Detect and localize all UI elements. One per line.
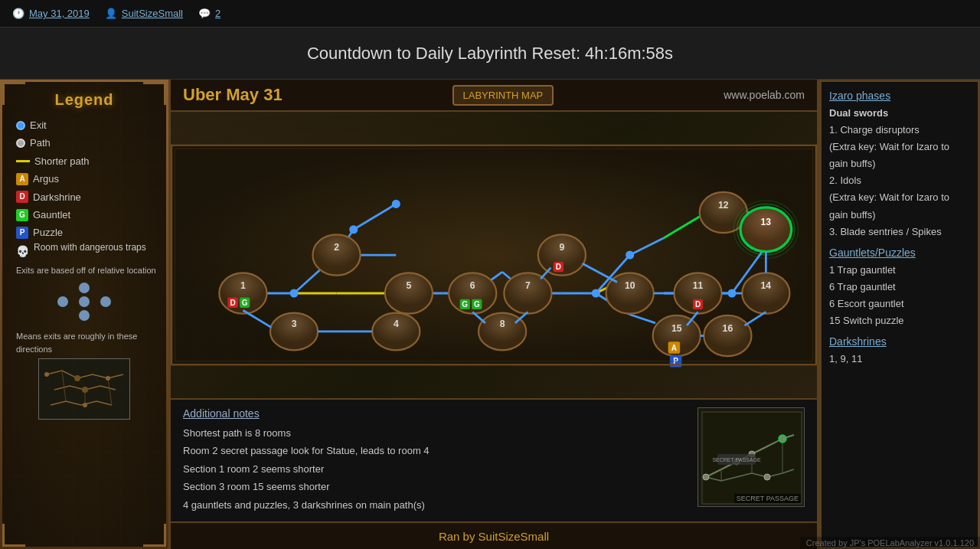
- svg-text:1: 1: [240, 280, 246, 291]
- extra-key-2: (Extra key: Wait for Izaro to gain buffs…: [829, 189, 970, 223]
- map-header: Uber May 31 LABYRINTH MAP www.poelab.com: [171, 80, 817, 112]
- notes-minimap-label: SECRET PASSAGE: [734, 494, 801, 503]
- svg-point-5: [83, 403, 87, 407]
- svg-point-64: [504, 273, 551, 313]
- comments-link[interactable]: 2: [215, 8, 220, 19]
- map-svg: 1 D G 2 3 4: [171, 112, 817, 398]
- legend-puzzle: P Puzzle: [16, 224, 160, 241]
- shorter-line: [16, 160, 30, 162]
- path-dot: [16, 139, 25, 148]
- svg-text:13: 13: [761, 217, 772, 227]
- escort: 6 Escort gauntlet: [829, 296, 970, 312]
- svg-point-1: [44, 372, 49, 377]
- svg-point-48: [312, 234, 360, 275]
- legend-list: Exit Path Shorter path A Argus D Darkshr…: [8, 116, 160, 261]
- argus-badge: A: [16, 173, 28, 185]
- shorter-label: Shorter path: [34, 152, 90, 170]
- svg-text:G: G: [462, 300, 468, 309]
- svg-text:15: 15: [671, 323, 682, 334]
- svg-text:2: 2: [334, 242, 339, 253]
- switch-puzzle: 15 Switch puzzle: [829, 312, 970, 329]
- svg-point-112: [764, 474, 770, 480]
- dir-dot-n: [79, 283, 90, 293]
- dir-dot-s: [79, 310, 90, 321]
- svg-text:A: A: [671, 345, 677, 353]
- clock-icon: 🕐: [12, 8, 24, 19]
- map-website: www.poelab.com: [724, 89, 805, 101]
- note-line-4: Section 3 room 15 seems shorter: [183, 478, 688, 495]
- svg-point-111: [779, 435, 786, 443]
- post-comments: 💬 2: [198, 8, 220, 19]
- legend-traps: 💀 Room with dangerous traps: [16, 242, 160, 261]
- legend-exit: Exit: [16, 116, 160, 134]
- svg-text:D: D: [556, 263, 561, 271]
- darkshrines-title: Darkshrines: [829, 335, 970, 348]
- legend-darkshrine: D Darkshrine: [16, 188, 160, 206]
- puzzle-label: Puzzle: [33, 224, 63, 241]
- argus-label: Argus: [33, 170, 59, 188]
- traps-label: Room with dangerous traps: [34, 242, 146, 254]
- charge-disruptors: 1. Charge disruptors: [829, 122, 970, 139]
- user-icon: 👤: [105, 8, 117, 19]
- main-layout: Legend Exit Path Shorter path A Argus D …: [0, 80, 980, 549]
- top-bar: 🕐 May 31, 2019 👤 SuitSizeSmall 💬 2: [0, 0, 980, 28]
- svg-text:11: 11: [693, 280, 704, 291]
- notes-area: Additional notes Shortest path is 8 room…: [171, 398, 817, 521]
- comment-icon: 💬: [198, 8, 211, 19]
- svg-point-2: [74, 375, 80, 381]
- note-line-2: Room 2 secret passage look for Statue, l…: [183, 442, 688, 459]
- post-author: 👤 SuitSizeSmall: [105, 8, 183, 19]
- svg-text:G: G: [242, 299, 248, 307]
- note-line-1: Shortest path is 8 rooms: [183, 424, 688, 442]
- map-logo: LABYRINTH MAP: [452, 85, 554, 106]
- svg-point-108: [703, 474, 709, 480]
- corner-decoration-bl: [2, 524, 25, 547]
- svg-point-100: [704, 315, 751, 356]
- skull-icon: 💀: [16, 242, 29, 261]
- darkshrine-label: Darkshrine: [33, 188, 81, 206]
- exit-label: Exit: [30, 116, 47, 134]
- svg-text:14: 14: [761, 280, 772, 291]
- gauntlet-badge: G: [16, 209, 28, 221]
- svg-point-39: [592, 289, 600, 297]
- svg-point-85: [740, 208, 792, 252]
- svg-point-35: [349, 225, 358, 234]
- svg-point-36: [392, 200, 400, 208]
- trap-1: 1 Trap gauntlet: [829, 262, 970, 279]
- trap-6: 6 Trap gauntlet: [829, 279, 970, 296]
- legend-gauntlet: G Gauntlet: [16, 206, 160, 224]
- svg-text:9: 9: [559, 242, 564, 253]
- svg-text:12: 12: [718, 200, 729, 211]
- path-label: Path: [30, 134, 51, 152]
- ran-by-text: Ran by SuitSizeSmall: [439, 530, 549, 543]
- dir-dot-e: [100, 296, 111, 307]
- legend-path: Path: [16, 134, 160, 152]
- svg-point-89: [742, 273, 789, 313]
- page-footer: Created by JP's POELabAnalyzer v1.0.1.12…: [800, 537, 980, 549]
- post-date: 🕐 May 31, 2019: [12, 8, 90, 19]
- svg-text:10: 10: [625, 280, 635, 291]
- author-link[interactable]: SuitSizeSmall: [122, 8, 183, 19]
- puzzle-badge: P: [16, 227, 28, 239]
- darkshrine-badge: D: [16, 191, 28, 203]
- countdown-banner: Countdown to Daily Labyrinth Reset: 4h:1…: [0, 28, 980, 80]
- svg-point-3: [82, 387, 88, 393]
- countdown-text: Countdown to Daily Labyrinth Reset: 4h:1…: [307, 44, 673, 64]
- date-link[interactable]: May 31, 2019: [29, 8, 90, 19]
- darkshrine-nums: 1, 9, 11: [829, 351, 970, 368]
- dual-swords: Dual swords: [829, 105, 970, 122]
- map-area: 1 D G 2 3 4: [171, 112, 817, 398]
- center-panel: Uber May 31 LABYRINTH MAP www.poelab.com: [168, 80, 819, 549]
- credit-text: Created by JP's POELabAnalyzer v1.0.1.12…: [806, 538, 974, 547]
- gauntlet-label: Gauntlet: [33, 206, 70, 224]
- map-title: Uber May 31: [183, 85, 283, 105]
- svg-text:G: G: [474, 300, 480, 309]
- svg-point-40: [626, 250, 634, 259]
- right-panel: Izaro phases Dual swords 1. Charge disru…: [819, 80, 980, 549]
- means-note: Means exits are roughly in these directi…: [8, 330, 160, 355]
- notes-text: Additional notes Shortest path is 8 room…: [183, 407, 688, 514]
- minimap-svg: [39, 359, 130, 420]
- svg-text:3: 3: [292, 319, 297, 329]
- legend-minimap: [38, 358, 130, 420]
- notes-minimap-svg: SECRET PASSAGE: [698, 408, 805, 507]
